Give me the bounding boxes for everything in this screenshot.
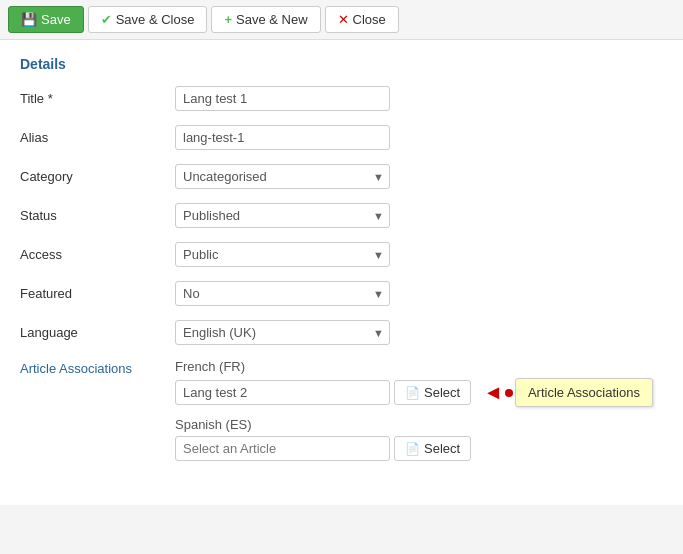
alias-field-wrap <box>175 125 663 150</box>
save-new-button[interactable]: + Save & New <box>211 6 320 33</box>
close-icon: ✕ <box>338 12 349 27</box>
alias-input[interactable] <box>175 125 390 150</box>
french-lang-label: French (FR) <box>175 359 663 374</box>
save-label: Save <box>41 12 71 27</box>
featured-label: Featured <box>20 281 175 301</box>
french-select-label: Select <box>424 385 460 400</box>
category-select[interactable]: Uncategorised <box>175 164 390 189</box>
doc-icon: 📄 <box>405 442 420 456</box>
alias-label: Alias <box>20 125 175 145</box>
title-row: Title * <box>20 86 663 111</box>
category-select-wrapper: Uncategorised ▼ <box>175 164 390 189</box>
close-button[interactable]: ✕ Close <box>325 6 399 33</box>
language-select[interactable]: English (UK) <box>175 320 390 345</box>
spanish-select-label: Select <box>424 441 460 456</box>
spanish-select-button[interactable]: 📄 Select <box>394 436 471 461</box>
status-row: Status Published ▼ <box>20 203 663 228</box>
title-input[interactable] <box>175 86 390 111</box>
category-field-wrap: Uncategorised ▼ <box>175 164 663 189</box>
featured-select-wrapper: No ▼ <box>175 281 390 306</box>
tooltip-container: ◄ Article Associations <box>483 378 653 407</box>
french-select-button[interactable]: 📄 Select <box>394 380 471 405</box>
access-select-wrapper: Public ▼ <box>175 242 390 267</box>
access-field-wrap: Public ▼ <box>175 242 663 267</box>
language-field-wrap: English (UK) ▼ <box>175 320 663 345</box>
save-button[interactable]: 💾 Save <box>8 6 84 33</box>
title-field-wrap <box>175 86 663 111</box>
spanish-lang-label: Spanish (ES) <box>175 417 663 432</box>
save-close-button[interactable]: ✔ Save & Close <box>88 6 208 33</box>
title-label: Title * <box>20 86 175 106</box>
arrow-icon: ◄ <box>483 381 503 404</box>
plus-icon: + <box>224 12 232 27</box>
toolbar: 💾 Save ✔ Save & Close + Save & New ✕ Clo… <box>0 0 683 40</box>
save-icon: 💾 <box>21 12 37 27</box>
check-icon: ✔ <box>101 12 112 27</box>
status-label: Status <box>20 203 175 223</box>
tooltip-text: Article Associations <box>528 385 640 400</box>
french-assoc-row: 📄 Select ◄ Article Associations <box>175 378 663 407</box>
french-article-input[interactable] <box>175 380 390 405</box>
featured-field-wrap: No ▼ <box>175 281 663 306</box>
spanish-assoc-row: 📄 Select <box>175 436 663 461</box>
article-associations-row: Article Associations French (FR) 📄 Selec… <box>20 359 663 471</box>
featured-select[interactable]: No <box>175 281 390 306</box>
category-row: Category Uncategorised ▼ <box>20 164 663 189</box>
access-row: Access Public ▼ <box>20 242 663 267</box>
featured-row: Featured No ▼ <box>20 281 663 306</box>
close-label: Close <box>353 12 386 27</box>
associations-content: French (FR) 📄 Select ◄ Article Associati… <box>175 359 663 471</box>
access-select[interactable]: Public <box>175 242 390 267</box>
alias-row: Alias <box>20 125 663 150</box>
language-row: Language English (UK) ▼ <box>20 320 663 345</box>
spanish-article-input[interactable] <box>175 436 390 461</box>
language-select-wrapper: English (UK) ▼ <box>175 320 390 345</box>
category-label: Category <box>20 164 175 184</box>
save-new-label: Save & New <box>236 12 308 27</box>
save-close-label: Save & Close <box>116 12 195 27</box>
doc-icon: 📄 <box>405 386 420 400</box>
associations-label: Article Associations <box>20 359 175 376</box>
access-label: Access <box>20 242 175 262</box>
article-associations-tooltip: Article Associations <box>515 378 653 407</box>
section-title: Details <box>20 56 663 72</box>
dot-indicator <box>505 389 513 397</box>
status-field-wrap: Published ▼ <box>175 203 663 228</box>
status-select-wrapper: Published ▼ <box>175 203 390 228</box>
content-area: Details Title * Alias Category Uncategor… <box>0 40 683 505</box>
status-select[interactable]: Published <box>175 203 390 228</box>
language-label: Language <box>20 320 175 340</box>
